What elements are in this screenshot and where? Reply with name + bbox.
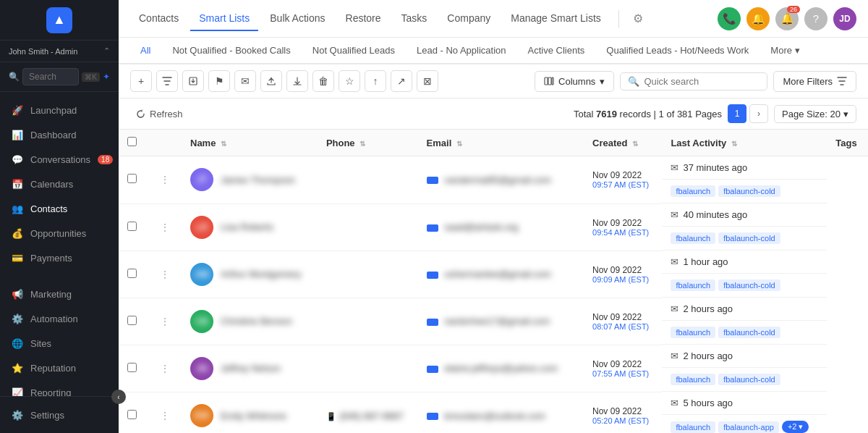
columns-button[interactable]: Columns ▾	[535, 71, 614, 92]
page-1-button[interactable]: 1	[728, 104, 746, 123]
sidebar-item-sites[interactable]: 🌐 Sites	[0, 331, 119, 356]
page-next-button[interactable]: ›	[749, 104, 768, 123]
topbar-settings-icon[interactable]: ⚙	[628, 9, 648, 29]
tag-badge[interactable]: fbalaunch-cold	[718, 185, 780, 197]
tag-badge[interactable]: fbalaunch	[671, 279, 715, 291]
tab-restore[interactable]: Restore	[337, 7, 390, 31]
row-checkbox-cell[interactable]	[119, 203, 145, 251]
tag-badge[interactable]: fbalaunch-cold	[718, 279, 780, 291]
row-checkbox[interactable]	[127, 363, 137, 372]
subtab-all[interactable]: All	[130, 38, 161, 64]
tab-tasks[interactable]: Tasks	[393, 7, 436, 31]
tag-badge[interactable]: fbalaunch	[671, 185, 715, 197]
more-filters-button[interactable]: More Filters	[773, 71, 856, 92]
block-button[interactable]: ⊠	[417, 70, 438, 92]
row-menu-button[interactable]: ⋮	[157, 314, 173, 329]
tag-badge[interactable]: fbalaunch-app	[718, 421, 779, 433]
row-checkbox-cell[interactable]	[119, 298, 145, 345]
tab-bulk-actions[interactable]: Bulk Actions	[261, 7, 333, 31]
row-menu-button[interactable]: ⋮	[157, 220, 173, 235]
tag-badge[interactable]: fbalaunch	[671, 232, 715, 244]
search-action-icon[interactable]: ✦	[103, 72, 110, 82]
sidebar-item-payments[interactable]: 💳 Payments	[0, 245, 119, 270]
delete-button[interactable]: 🗑	[312, 70, 334, 92]
sidebar-item-marketing[interactable]: 📢 Marketing	[0, 282, 119, 306]
subtab-not-qualified-booked[interactable]: Not Qualified - Booked Calls	[162, 38, 300, 64]
email-address[interactable]: kmouliaro@outlook.com	[444, 411, 545, 421]
row-checkbox-cell[interactable]	[119, 156, 145, 204]
email-column-header[interactable]: Email ⇅	[418, 130, 584, 156]
row-checkbox-cell[interactable]	[119, 345, 145, 392]
email-address[interactable]: elaine.jeffreys@yahoo.com	[444, 363, 558, 374]
row-checkbox[interactable]	[127, 222, 137, 231]
row-checkbox-cell[interactable]	[119, 251, 145, 298]
contact-name[interactable]: Arthur Montgomery	[221, 269, 301, 279]
contact-name[interactable]: Jeffrey Nelson	[221, 363, 281, 374]
sidebar-item-calendars[interactable]: 📅 Calendars	[0, 172, 119, 196]
sidebar-item-launchpad[interactable]: 🚀 Launchpad	[0, 98, 119, 122]
share-button[interactable]: ↗	[391, 70, 412, 92]
row-checkbox[interactable]	[127, 316, 137, 325]
subtab-more-button[interactable]: More ▾	[760, 38, 810, 63]
contact-name[interactable]: Christine Benson	[221, 316, 292, 327]
star-button[interactable]: ☆	[339, 70, 360, 92]
tab-manage-smart-lists[interactable]: Manage Smart Lists	[502, 7, 610, 31]
email-address[interactable]: vandermal85@gmail.com	[444, 175, 551, 185]
tab-company[interactable]: Company	[438, 7, 499, 31]
subtab-qualified-leads[interactable]: Qualified Leads - Hot/Needs Work	[596, 38, 759, 64]
row-checkbox[interactable]	[127, 174, 137, 183]
email-address[interactable]: nardorhee17@gmail.com	[444, 316, 550, 327]
tab-smart-lists[interactable]: Smart Lists	[190, 7, 258, 31]
row-checkbox[interactable]	[127, 269, 137, 278]
row-menu-button[interactable]: ⋮	[157, 172, 173, 187]
tag-badge[interactable]: fbalaunch	[671, 374, 715, 385]
sidebar-item-settings[interactable]: ⚙️ Settings	[0, 403, 119, 427]
sidebar-item-reputation[interactable]: ⭐ Reputation	[0, 356, 119, 380]
email-address[interactable]: saad@airtask.org	[444, 222, 518, 232]
tag-badge[interactable]: fbalaunch-cold	[718, 327, 780, 338]
row-menu-button[interactable]: ⋮	[157, 361, 173, 376]
sidebar-item-opportunities[interactable]: 💰 Opportunities	[0, 221, 119, 245]
sidebar-item-dashboard[interactable]: 📊 Dashboard	[0, 122, 119, 147]
row-menu-button[interactable]: ⋮	[157, 408, 173, 423]
subtab-not-qualified-leads[interactable]: Not Qualified Leads	[302, 38, 405, 64]
activity-column-header[interactable]: Last Activity ⇅	[662, 130, 827, 156]
filter-button[interactable]	[156, 70, 178, 92]
account-selector[interactable]: John Smith - Admin ⌃	[0, 41, 119, 62]
subtab-lead-no-application[interactable]: Lead - No Application	[407, 38, 516, 64]
phone-column-header[interactable]: Phone ⇅	[318, 130, 418, 156]
contact-name[interactable]: James Thompson	[221, 175, 295, 185]
tag-badge[interactable]: fbalaunch	[671, 327, 715, 338]
flag-button[interactable]: ⚑	[208, 70, 230, 92]
select-all-checkbox[interactable]	[127, 137, 137, 146]
subtab-active-clients[interactable]: Active Clients	[518, 38, 595, 64]
download-button[interactable]	[286, 70, 308, 92]
alert-button[interactable]: 🔔 26	[775, 7, 799, 30]
help-button[interactable]: ?	[804, 7, 827, 30]
created-column-header[interactable]: Created ⇅	[584, 130, 662, 156]
contact-name[interactable]: Lisa Roberts	[221, 222, 273, 232]
add-button[interactable]: +	[130, 70, 152, 92]
export-button[interactable]	[260, 70, 282, 92]
tag-badge[interactable]: fbalaunch	[671, 421, 715, 433]
row-checkbox[interactable]	[127, 410, 137, 419]
import-contacts-button[interactable]	[182, 70, 204, 92]
quick-search-input[interactable]	[644, 76, 760, 87]
user-avatar[interactable]: JD	[833, 7, 856, 30]
search-input[interactable]	[22, 68, 79, 85]
sidebar-item-conversations[interactable]: 💬 Conversations 18	[0, 147, 119, 172]
tab-contacts[interactable]: Contacts	[130, 7, 187, 31]
refresh-button[interactable]: Refresh	[130, 106, 189, 122]
tag-badge[interactable]: fbalaunch-cold	[718, 232, 780, 244]
email-address[interactable]: ushermanlee@gmail.com	[444, 269, 551, 279]
notification-button[interactable]: 🔔	[746, 7, 770, 30]
select-all-header[interactable]	[119, 130, 145, 156]
page-size-button[interactable]: Page Size: 20 ▾	[774, 105, 856, 123]
sidebar-item-contacts[interactable]: 👥 Contacts	[0, 196, 119, 221]
phone-button[interactable]: 📞	[718, 7, 741, 30]
name-column-header[interactable]: Name ⇅	[182, 130, 318, 156]
tag-badge[interactable]: fbalaunch-cold	[718, 374, 780, 385]
upload-button[interactable]: ↑	[365, 70, 386, 92]
sidebar-item-reporting[interactable]: 📈 Reporting	[0, 380, 119, 396]
email-button[interactable]: ✉	[234, 70, 256, 92]
